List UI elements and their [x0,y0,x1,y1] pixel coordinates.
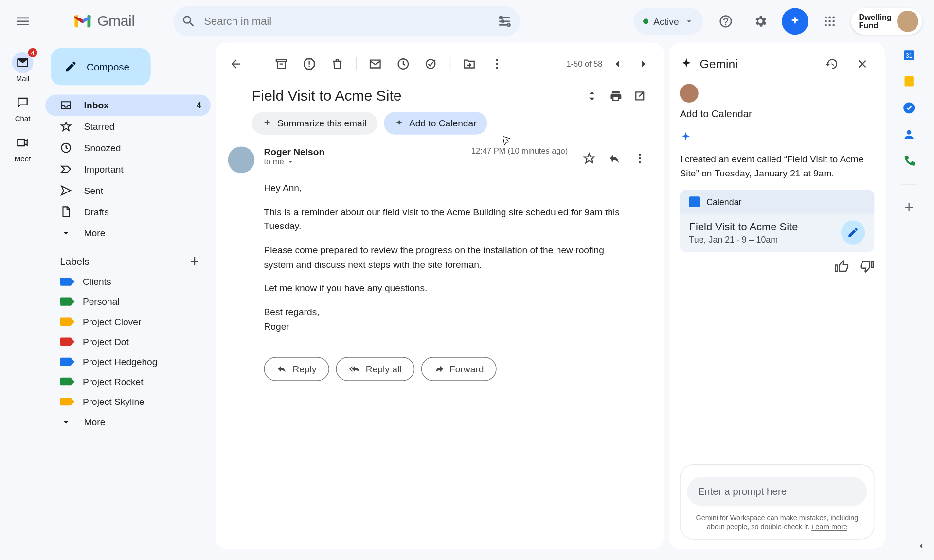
print-button[interactable] [604,84,628,108]
reply-all-icon [348,363,360,374]
label-project-skyline[interactable]: Project Skyline [45,392,211,412]
thumbs-up-button[interactable] [834,259,849,277]
forward-button[interactable]: Forward [421,357,496,381]
rail-meet-label: Meet [15,155,31,162]
back-button[interactable] [224,52,248,76]
add-label-button[interactable] [188,254,201,267]
org-switcher[interactable]: Dwelling Fund [851,8,922,35]
svg-point-6 [825,20,827,23]
folder-more[interactable]: More [45,223,211,244]
message-more-button[interactable] [628,146,652,170]
folder-sent[interactable]: Sent [45,180,211,201]
apps-button[interactable] [816,8,843,35]
search-input[interactable] [204,16,489,28]
gmail-logo[interactable]: Gmail [73,13,135,30]
side-panel-toggle[interactable] [916,541,926,554]
label-project-rocket[interactable]: Project Rocket [45,371,211,391]
svg-text:31: 31 [906,52,913,59]
archive-button[interactable] [269,52,293,76]
spark-icon [263,119,272,128]
sender-name: Roger Nelson [264,146,462,157]
search-options-icon[interactable] [497,14,512,29]
gemini-title: Gemini [700,57,813,71]
folder-snoozed[interactable]: Snoozed [45,137,211,158]
voice-sidebar-button[interactable] [902,155,916,168]
gemini-button[interactable] [782,8,808,35]
mouse-cursor [501,135,513,148]
calendar-event-card[interactable]: Calendar Field Visit to Acme Site Tue, J… [680,190,874,252]
add-task-button[interactable] [419,52,443,76]
more-button[interactable] [485,52,509,76]
labels-more[interactable]: More [45,412,211,433]
tasks-sidebar-button[interactable] [902,101,916,114]
rail-chat[interactable]: Chat [12,92,34,122]
pencil-icon [64,60,77,73]
search-bar[interactable] [173,6,520,36]
svg-point-16 [496,63,499,65]
reply-all-button[interactable]: Reply all [336,357,414,381]
star-button[interactable] [577,146,601,170]
add-addon-button[interactable] [902,200,916,213]
gmail-icon [73,14,92,29]
reply-icon-button[interactable] [602,146,626,170]
add-to-calendar-chip[interactable]: Add to Calendar [384,112,487,135]
status-chip[interactable]: Active [633,8,703,35]
contacts-sidebar-button[interactable] [902,128,916,141]
svg-point-17 [496,67,499,69]
spam-button[interactable] [297,52,321,76]
label-tag-icon [60,338,71,346]
help-button[interactable] [712,8,739,35]
learn-more-link[interactable]: Learn more [811,523,847,531]
svg-point-10 [828,24,831,27]
summarize-chip[interactable]: Summarize this email [252,112,377,135]
spark-icon [395,119,404,128]
svg-point-19 [639,158,641,160]
label-project-clover[interactable]: Project Clover [45,312,211,332]
reply-button[interactable]: Reply [264,357,329,381]
expand-collapse-button[interactable] [580,84,604,108]
close-button[interactable] [850,52,874,76]
folder-starred[interactable]: Starred [45,116,211,137]
mark-unread-button[interactable] [363,52,387,76]
svg-point-25 [907,130,911,135]
folder-drafts[interactable]: Drafts [45,201,211,223]
folder-important[interactable]: Important [45,158,211,180]
label-personal[interactable]: Personal [45,292,211,312]
settings-button[interactable] [747,8,773,35]
email-subject: Field Visit to Acme Site [252,87,580,105]
svg-point-8 [832,20,835,23]
recipient-line[interactable]: to me [264,157,462,166]
rail-mail[interactable]: 4 Mail [12,52,34,83]
edit-event-button[interactable] [841,220,865,244]
snoozed-icon [60,142,72,154]
user-avatar[interactable] [897,11,918,32]
chevron-down-icon [60,416,72,428]
keep-sidebar-button[interactable] [902,74,916,88]
rail-chat-label: Chat [15,115,31,122]
label-project-dot[interactable]: Project Dot [45,332,211,351]
move-button[interactable] [457,52,481,76]
label-tag-icon [60,317,71,325]
snooze-button[interactable] [391,52,415,76]
label-clients[interactable]: Clients [45,272,211,292]
compose-label: Compose [87,61,129,72]
open-new-window-button[interactable] [628,84,652,108]
label-tag-icon [60,358,71,366]
delete-button[interactable] [325,52,349,76]
event-time: Tue, Jan 21 · 9 – 10am [689,234,835,245]
svg-rect-23 [905,76,914,87]
thumbs-down-button[interactable] [860,259,874,277]
folder-inbox[interactable]: Inbox4 [45,95,211,116]
label-project-hedgehog[interactable]: Project Hedgehog [45,351,211,371]
calendar-sidebar-button[interactable]: 31 [902,48,916,61]
prev-page-button[interactable] [605,52,629,76]
org-name: Dwelling Fund [859,13,892,29]
gemini-prompt-input[interactable]: Enter a prompt here [687,476,867,506]
compose-button[interactable]: Compose [51,48,151,86]
rail-meet[interactable]: Meet [12,132,34,162]
next-page-button[interactable] [632,52,656,76]
history-button[interactable] [820,52,844,76]
email-body: Hey Ann, This is a reminder about our fi… [216,178,664,356]
gemini-icon [680,57,693,70]
sender-avatar[interactable] [228,146,255,173]
